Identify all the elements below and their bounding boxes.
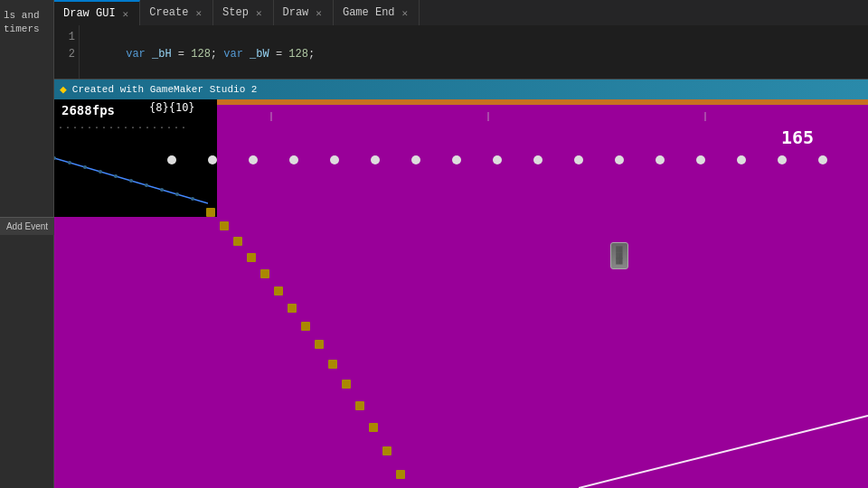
code-editor[interactable]: 1 2 var _bH = 128; var _bW = 128; draw_s… [54, 25, 868, 80]
svg-point-17 [737, 155, 746, 164]
svg-point-15 [656, 155, 665, 164]
svg-point-8 [371, 155, 380, 164]
svg-point-11 [493, 155, 502, 164]
tab-game-end-close[interactable]: ✕ [401, 7, 410, 19]
score-display: 165 [781, 127, 814, 148]
svg-rect-23 [247, 253, 256, 262]
tab-draw-gui-label: Draw GUI [63, 7, 116, 20]
svg-rect-22 [233, 237, 242, 246]
svg-rect-27 [301, 322, 310, 331]
tab-step-close[interactable]: ✕ [254, 7, 264, 19]
sidebar-title: ls and timers [0, 0, 53, 46]
player-sprite: ▐█▌▐█▌▐█▌ [610, 242, 628, 269]
fps-display: 2688fps {8}{10} .................. [54, 99, 217, 217]
tab-create[interactable]: Create ✕ [140, 0, 213, 25]
svg-rect-21 [220, 221, 229, 230]
code-content[interactable]: var _bH = 128; var _bW = 128; draw_set_c… [80, 25, 322, 79]
svg-rect-29 [328, 360, 337, 369]
svg-point-12 [533, 155, 542, 164]
tab-game-end-label: Game End [343, 6, 395, 19]
white-line [579, 407, 868, 488]
svg-point-18 [778, 155, 787, 164]
svg-rect-28 [315, 340, 324, 349]
svg-point-5 [249, 155, 258, 164]
svg-rect-26 [288, 304, 297, 313]
svg-rect-33 [382, 446, 392, 455]
code-line-1: var _bH = 128; var _bW = 128; [87, 29, 315, 81]
fps-canvas [54, 131, 208, 212]
tab-step[interactable]: Step ✕ [213, 0, 273, 25]
svg-point-16 [696, 155, 705, 164]
line-numbers: 1 2 [54, 25, 80, 79]
game-title: Created with GameMaker Studio 2 [72, 84, 258, 95]
tab-draw-close[interactable]: ✕ [314, 7, 324, 19]
sidebar: ls and timers Add Event [0, 0, 54, 488]
fps-coords: {8}{10} [146, 101, 199, 119]
fps-dots: .................. [54, 121, 217, 131]
tab-draw-label: Draw [283, 6, 309, 19]
tab-create-label: Create [149, 6, 188, 19]
svg-point-19 [818, 155, 827, 164]
svg-rect-24 [260, 269, 269, 278]
svg-rect-25 [274, 286, 283, 296]
svg-point-13 [574, 155, 583, 164]
svg-point-10 [452, 155, 461, 164]
tab-create-close[interactable]: ✕ [193, 7, 203, 19]
tab-step-label: Step [222, 6, 249, 19]
fps-text: 2688fps [58, 101, 118, 119]
svg-point-14 [615, 155, 624, 164]
svg-point-7 [330, 155, 339, 164]
tab-draw[interactable]: Draw ✕ [274, 0, 334, 25]
svg-line-35 [579, 416, 868, 488]
svg-rect-34 [396, 470, 405, 479]
game-window: ◆ Created with GameMaker Studio 2 2688fp… [54, 80, 868, 488]
svg-rect-31 [355, 401, 364, 410]
svg-rect-32 [369, 423, 378, 432]
enemy-trail [145, 208, 416, 488]
tab-bar: Draw GUI ✕ Create ✕ Step ✕ Draw ✕ Game E… [54, 0, 868, 25]
tab-draw-gui[interactable]: Draw GUI ✕ [54, 0, 140, 25]
ball-row [163, 154, 868, 167]
svg-point-6 [289, 155, 298, 164]
tab-game-end[interactable]: Game End ✕ [334, 0, 420, 25]
svg-point-9 [411, 155, 420, 164]
gamemaker-icon: ◆ [60, 82, 67, 97]
add-event-button[interactable]: Add Event [0, 217, 54, 235]
tab-draw-gui-close[interactable]: ✕ [121, 8, 131, 20]
game-canvas: 2688fps {8}{10} .................. 165 [54, 99, 868, 488]
game-titlebar: ◆ Created with GameMaker Studio 2 [54, 80, 868, 99]
svg-rect-30 [342, 380, 351, 389]
